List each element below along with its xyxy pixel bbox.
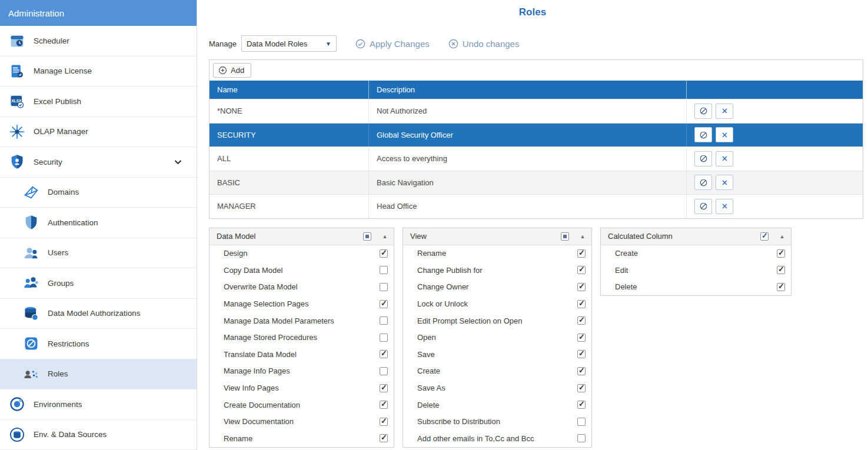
- permission-checkbox[interactable]: [577, 316, 586, 325]
- collapse-arrow-icon[interactable]: ▲: [381, 234, 389, 239]
- close-icon: [720, 202, 729, 211]
- permission-label: View Documentation: [224, 417, 380, 426]
- permission-checkbox[interactable]: [577, 418, 586, 426]
- permission-checkbox[interactable]: [380, 249, 388, 258]
- delete-role-button[interactable]: [716, 127, 733, 142]
- permission-checkbox[interactable]: [577, 283, 586, 291]
- chevron-down-icon[interactable]: [174, 158, 182, 166]
- circle-slash-icon: [699, 178, 708, 187]
- column-header-actions: [686, 81, 863, 99]
- permission-checkbox[interactable]: [577, 434, 586, 442]
- sidebar-item-label: Env. & Data Sources: [34, 430, 107, 439]
- edit-permissions-button[interactable]: [694, 199, 712, 214]
- collapse-arrow-icon[interactable]: ▲: [778, 234, 786, 239]
- permission-checkbox[interactable]: [380, 418, 388, 426]
- sidebar-item-restrictions[interactable]: Restrictions: [0, 329, 197, 359]
- column-header-name[interactable]: Name: [209, 85, 368, 94]
- sidebar-item-groups[interactable]: Groups: [0, 268, 197, 299]
- table-row-all[interactable]: ALLAccess to everything: [209, 146, 863, 171]
- permission-checkbox[interactable]: [577, 334, 586, 342]
- sidebar-item-scheduler[interactable]: Scheduler: [0, 26, 197, 56]
- collapse-arrow-icon[interactable]: ▲: [578, 234, 587, 239]
- table-body: *NONENot AuthorizedSECURITYGlobal Securi…: [209, 99, 863, 218]
- permission-checkbox[interactable]: [380, 384, 388, 392]
- manage-roles-dropdown-value: Data Model Roles: [247, 39, 325, 48]
- permission-item-add-other-emails-in-to-cc-and-bcc: Add other emails in To,Cc and Bcc: [403, 430, 591, 447]
- permission-item-edit: Edit: [601, 262, 791, 279]
- undo-changes-button[interactable]: Undo changes: [448, 39, 520, 49]
- sidebar-item-env-data-sources[interactable]: Env. & Data Sources: [0, 420, 197, 450]
- table-row-manager[interactable]: MANAGERHead Office: [209, 194, 863, 218]
- delete-role-button[interactable]: [716, 104, 733, 119]
- permission-item-rename: Rename: [209, 430, 394, 447]
- permission-checkbox[interactable]: [380, 283, 388, 291]
- sidebar-item-users[interactable]: Users: [0, 238, 197, 269]
- permission-label: Edit Prompt Selection on Open: [417, 316, 577, 325]
- permission-item-subscribe-to-distribution: Subscribe to Distribution: [403, 413, 591, 430]
- permission-checkbox[interactable]: [577, 367, 586, 375]
- permission-checkbox[interactable]: [777, 266, 785, 274]
- permission-checkbox[interactable]: [380, 401, 388, 409]
- sidebar-item-domains[interactable]: Domains: [0, 178, 197, 208]
- table-row-security[interactable]: SECURITYGlobal Security Officer: [209, 123, 863, 147]
- delete-role-button[interactable]: [716, 175, 733, 190]
- column-header-description[interactable]: Description: [368, 81, 686, 99]
- sidebar-item-manage-license[interactable]: Manage License: [0, 56, 197, 87]
- edit-permissions-button[interactable]: [694, 104, 712, 119]
- permission-checkbox[interactable]: [380, 367, 388, 375]
- permission-checkbox[interactable]: [577, 300, 586, 308]
- permission-item-open: Open: [403, 329, 591, 346]
- olap-icon: [8, 123, 26, 141]
- permission-checkbox[interactable]: [380, 316, 388, 325]
- circle-check-icon: [355, 39, 365, 49]
- permission-checkbox[interactable]: [577, 249, 586, 258]
- panel-select-all-checkbox[interactable]: [561, 232, 569, 241]
- sidebar-item-label: Environments: [34, 400, 82, 409]
- edit-permissions-button[interactable]: [694, 175, 712, 190]
- role-actions-cell: [686, 147, 863, 171]
- permission-label: Manage Selection Pages: [224, 299, 380, 308]
- permission-checkbox[interactable]: [577, 350, 586, 358]
- permission-checkbox[interactable]: [577, 401, 586, 409]
- sidebar-item-label: Groups: [48, 279, 74, 288]
- permission-checkbox[interactable]: [777, 283, 785, 291]
- circle-slash-icon: [699, 131, 708, 139]
- permission-checkbox[interactable]: [380, 434, 388, 442]
- permission-checkbox[interactable]: [380, 334, 388, 342]
- delete-role-button[interactable]: [716, 199, 733, 214]
- panel-select-all-checkbox[interactable]: [760, 232, 769, 241]
- sidebar-item-authentication[interactable]: Authentication: [0, 208, 197, 238]
- sidebar-item-data-model-authorizations[interactable]: Data Model Authorizations: [0, 299, 197, 329]
- permission-checkbox[interactable]: [777, 249, 785, 258]
- permission-label: Edit: [615, 266, 777, 275]
- table-row-none[interactable]: *NONENot Authorized: [209, 99, 863, 123]
- page-title: Roles: [197, 6, 868, 18]
- sidebar-item-excel-publish[interactable]: XLSXExcel Publish: [0, 86, 197, 117]
- sidebar-item-security[interactable]: Security: [0, 147, 197, 178]
- sidebar-item-roles[interactable]: Roles: [0, 359, 197, 390]
- permission-checkbox[interactable]: [577, 266, 586, 274]
- permission-checkbox[interactable]: [577, 384, 586, 392]
- manage-roles-dropdown[interactable]: Data Model Roles ▼: [241, 35, 337, 52]
- edit-permissions-button[interactable]: [694, 151, 712, 166]
- permission-checkbox[interactable]: [380, 350, 388, 358]
- sidebar-item-olap-manager[interactable]: OLAP Manager: [0, 117, 197, 148]
- sidebar-item-environments[interactable]: Environments: [0, 389, 197, 420]
- restrictions-icon: [22, 335, 40, 352]
- environments-icon: [8, 395, 26, 413]
- permission-item-copy-data-model: Copy Data Model: [209, 262, 394, 279]
- permission-checkbox[interactable]: [380, 266, 388, 274]
- panel-calculated-column: Calculated Column▲CreateEditDelete: [600, 228, 791, 296]
- close-icon: [720, 106, 729, 115]
- table-row-basic[interactable]: BASICBasic Navigation: [209, 171, 863, 195]
- add-role-button[interactable]: Add: [213, 63, 251, 78]
- panel-view: View▲RenameChange Publish forChange Owne…: [403, 228, 592, 448]
- panel-data-model: Data Model▲DesignCopy Data ModelOverwrit…: [209, 228, 394, 448]
- datasources-icon: [8, 426, 26, 444]
- apply-changes-button[interactable]: Apply Changes: [355, 39, 430, 49]
- edit-permissions-button[interactable]: [694, 127, 712, 142]
- permission-checkbox[interactable]: [380, 300, 388, 308]
- permission-label: Open: [417, 333, 577, 342]
- delete-role-button[interactable]: [716, 151, 733, 166]
- panel-select-all-checkbox[interactable]: [363, 232, 371, 241]
